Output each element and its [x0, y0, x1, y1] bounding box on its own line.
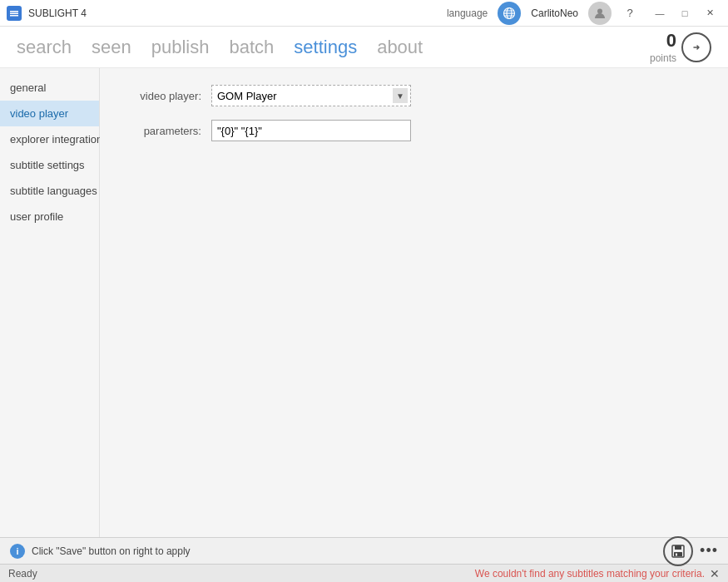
video-player-select-wrapper: GOM Player VLC Player Windows Media Play…: [211, 85, 411, 106]
info-icon: i: [10, 544, 25, 559]
nav-right: 0 points: [650, 30, 711, 64]
content-area: general video player explorer integratio…: [0, 68, 728, 537]
window-controls: — □ ✕: [648, 4, 721, 22]
svg-point-8: [597, 8, 602, 13]
title-bar-right: language CarlitoNeo ? — □ ✕: [447, 2, 721, 25]
sidebar-item-explorer-integration[interactable]: explorer integration: [0, 126, 99, 152]
nav-items: search seen publish batch settings about: [17, 33, 423, 62]
save-button[interactable]: [663, 536, 693, 566]
svg-rect-11: [674, 552, 682, 556]
nav-item-seen[interactable]: seen: [92, 33, 131, 62]
language-globe-button[interactable]: [498, 2, 521, 25]
status-ready: Ready: [8, 568, 37, 580]
parameters-row: parameters:: [120, 120, 708, 141]
sidebar-item-user-profile[interactable]: user profile: [0, 204, 99, 229]
status-bar-right: We couldn't find any subtitles matching …: [475, 567, 720, 580]
bottom-bar-right: •••: [663, 536, 718, 566]
app-icon: [7, 6, 22, 21]
nav-item-batch[interactable]: batch: [229, 33, 274, 62]
title-bar-left: SUBLIGHT 4: [7, 6, 87, 21]
nav-item-search[interactable]: search: [17, 33, 72, 62]
maximize-button[interactable]: □: [673, 4, 696, 22]
language-label: language: [447, 7, 488, 19]
parameters-label: parameters:: [120, 125, 211, 137]
nav-item-about[interactable]: about: [377, 33, 423, 62]
user-icon-button[interactable]: [588, 2, 612, 25]
user-name: CarlitoNeo: [531, 7, 578, 19]
points-label: points: [650, 52, 676, 64]
svg-rect-10: [675, 545, 681, 550]
nav-item-settings[interactable]: settings: [294, 33, 357, 62]
nav-bar: search seen publish batch settings about…: [0, 27, 728, 68]
minimize-button[interactable]: —: [648, 4, 671, 22]
app-title: SUBLIGHT 4: [28, 7, 87, 19]
more-options-button[interactable]: •••: [700, 542, 718, 560]
bottom-message: Click "Save" button on right to apply: [32, 545, 191, 557]
bottom-bar: i Click "Save" button on right to apply …: [0, 537, 728, 564]
sidebar-item-video-player[interactable]: video player: [0, 101, 99, 126]
svg-rect-12: [676, 553, 677, 555]
bottom-bar-left: i Click "Save" button on right to apply: [10, 544, 191, 559]
svg-rect-1: [10, 12, 18, 14]
help-button[interactable]: ?: [622, 5, 638, 22]
video-player-select[interactable]: GOM Player VLC Player Windows Media Play…: [211, 85, 411, 106]
svg-rect-0: [10, 11, 18, 12]
sidebar-item-subtitle-languages[interactable]: subtitle languages: [0, 178, 99, 204]
sidebar-item-general[interactable]: general: [0, 75, 99, 101]
nav-item-publish[interactable]: publish: [151, 33, 210, 62]
svg-rect-2: [10, 15, 18, 17]
video-player-label: video player:: [120, 90, 211, 102]
status-bar: Ready We couldn't find any subtitles mat…: [0, 564, 728, 582]
parameters-input[interactable]: [211, 120, 411, 141]
status-warning-message: We couldn't find any subtitles matching …: [475, 568, 705, 580]
video-player-row: video player: GOM Player VLC Player Wind…: [120, 85, 708, 106]
sidebar-item-subtitle-settings[interactable]: subtitle settings: [0, 152, 99, 178]
close-button[interactable]: ✕: [698, 4, 721, 22]
status-close-button[interactable]: ✕: [710, 567, 720, 580]
points-count: 0: [650, 30, 676, 52]
main-panel: video player: GOM Player VLC Player Wind…: [100, 68, 728, 537]
nav-arrow-button[interactable]: [681, 32, 711, 62]
title-bar: SUBLIGHT 4 language CarlitoNeo ? — □ ✕: [0, 0, 728, 27]
sidebar: general video player explorer integratio…: [0, 68, 100, 537]
